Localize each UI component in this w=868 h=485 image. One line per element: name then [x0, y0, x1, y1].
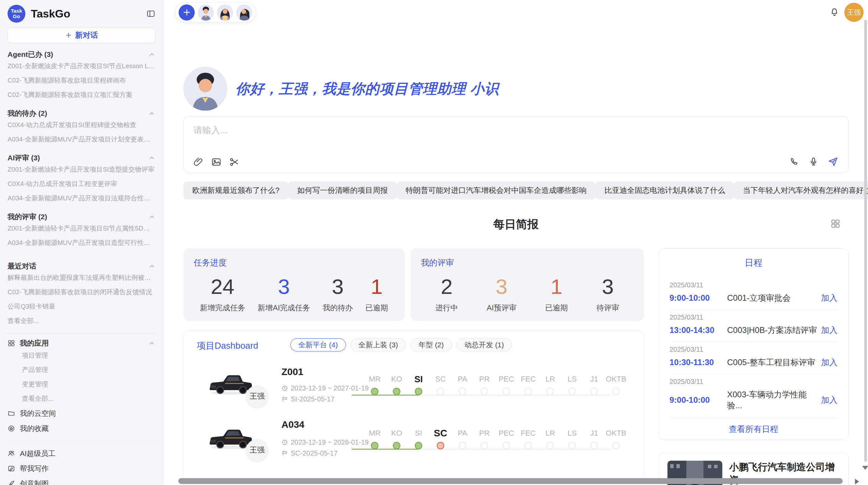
- sidebar-cloud-space[interactable]: 我的云空间: [8, 406, 155, 421]
- sidebar-item[interactable]: C02-飞腾新能源轻客改款项目里程碑画布: [8, 73, 155, 88]
- milestone-dot[interactable]: [546, 442, 554, 449]
- sidebar-section-agent-done[interactable]: Agent已办 (3): [8, 50, 155, 59]
- sidebar-favorites[interactable]: 我的收藏: [8, 421, 155, 436]
- suggestion-chip[interactable]: 当下年轻人对汽车外观有怎样的喜好趋势: [734, 182, 868, 199]
- milestone-dot[interactable]: [590, 388, 598, 395]
- send-button[interactable]: [828, 156, 839, 167]
- schedule-time: 10:30-11:30: [670, 358, 727, 367]
- message-input[interactable]: [193, 125, 839, 136]
- sidebar-item[interactable]: C02-飞腾新能源轻客改款项目立项汇报方案: [8, 88, 155, 102]
- milestone-dot[interactable]: [568, 388, 576, 395]
- section-title: 我的评审 (2): [8, 212, 47, 222]
- sidebar-item[interactable]: Z001-全新燃油轻卡产品开发项目SI造型提交物评审: [8, 162, 155, 177]
- recent-conversation[interactable]: 公司Q3轻卡销量: [8, 299, 155, 314]
- join-meeting-link[interactable]: 加入: [821, 357, 837, 368]
- milestone-dot[interactable]: [481, 388, 488, 395]
- project-name[interactable]: A034: [281, 419, 304, 430]
- image-upload-button[interactable]: [211, 157, 221, 167]
- suggestion-chip[interactable]: 如何写一份清晰的项目周报: [288, 182, 397, 199]
- collapse-sidebar-icon[interactable]: [146, 9, 155, 18]
- layout-grid-icon[interactable]: [830, 219, 841, 229]
- new-agent-button[interactable]: [179, 4, 195, 21]
- sidebar-item[interactable]: C0X4-动力总成开发项目SI里程碑提交物检查: [8, 118, 155, 132]
- milestone-dot[interactable]: [612, 388, 620, 395]
- filter-year-model[interactable]: 年型 (2): [411, 338, 452, 351]
- chevron-up-icon[interactable]: [148, 110, 155, 117]
- milestone-dot-done[interactable]: [371, 388, 378, 395]
- sidebar-help-write[interactable]: 帮我写作: [8, 461, 155, 476]
- chevron-up-icon[interactable]: [148, 340, 155, 347]
- milestone-dot-done[interactable]: [371, 442, 378, 449]
- horizontal-scrollbar-thumb[interactable]: [178, 478, 843, 484]
- screenshot-button[interactable]: [229, 157, 239, 167]
- vertical-scrollbar-thumb[interactable]: [864, 20, 867, 462]
- scroll-right-arrow[interactable]: [855, 479, 859, 484]
- milestone-dot[interactable]: [481, 442, 488, 449]
- voice-call-button[interactable]: [789, 157, 799, 167]
- milestone-dot[interactable]: [525, 388, 532, 395]
- sidebar-item[interactable]: Z001-全新燃油轻卡产品开发项目SI节点属性5D文件评审: [8, 221, 155, 236]
- chevron-up-icon[interactable]: [148, 263, 155, 270]
- milestone-dot[interactable]: [459, 388, 466, 395]
- attach-button[interactable]: [193, 157, 204, 167]
- project-name[interactable]: Z001: [281, 366, 303, 377]
- join-meeting-link[interactable]: 加入: [821, 395, 837, 406]
- sidebar-item[interactable]: Z001-全新燃油皮卡产品开发项目SI节点Lesson Learn报告: [8, 59, 155, 73]
- schedule-item: 2025/03/11 9:00-10:00 X003-车辆动力学性能验... 加…: [670, 374, 837, 418]
- apps-view-all[interactable]: 查看全部...: [8, 391, 155, 406]
- sidebar-section-ai-review[interactable]: AI评审 (3): [8, 153, 155, 162]
- sidebar-section-my-todo[interactable]: 我的待办 (2): [8, 109, 155, 118]
- milestone-dot-done[interactable]: [393, 442, 400, 449]
- agent-avatar-3[interactable]: [236, 4, 252, 21]
- sidebar-item[interactable]: A034-全新新能源MUV产品开发项目造型可行性评审: [8, 236, 155, 250]
- sidebar-creative-draw[interactable]: 创意制图: [8, 476, 155, 485]
- greeting: 你好，王强，我是你的项目管理助理 小识: [183, 67, 499, 111]
- app-item-change-mgmt[interactable]: 变更管理: [8, 377, 155, 391]
- chevron-up-icon[interactable]: [148, 154, 155, 161]
- join-meeting-link[interactable]: 加入: [821, 325, 837, 336]
- sidebar-my-apps[interactable]: 我的应用: [8, 338, 155, 348]
- sidebar-item[interactable]: C0X4-动力总成开发项目工程变更评审: [8, 177, 155, 191]
- filter-new-body[interactable]: 全新上装 (3): [351, 338, 406, 351]
- notification-bell-icon[interactable]: [829, 7, 840, 18]
- app-item-project-mgmt[interactable]: 项目管理: [8, 348, 155, 363]
- milestone-dot[interactable]: [503, 442, 510, 449]
- recent-conversation[interactable]: C02-飞腾新能源轻客改款项目的闭环通告反馈情况: [8, 285, 155, 299]
- milestone-dot-current[interactable]: [437, 442, 444, 449]
- recent-conversation[interactable]: 解释最新出台的欧盟报废车法规再生塑料比例被调至15%...: [8, 271, 155, 285]
- sidebar-item[interactable]: A034-全新新能源MUV产品开发项目法规符合性评审: [8, 191, 155, 206]
- milestone-dot[interactable]: [612, 442, 620, 449]
- agent-avatar-1[interactable]: [198, 4, 214, 21]
- milestone-dot[interactable]: [568, 442, 576, 449]
- app-item-product-mgmt[interactable]: 产品管理: [8, 363, 155, 377]
- new-chat-button[interactable]: 新对话: [8, 27, 155, 43]
- recent-view-all[interactable]: 查看全部...: [8, 314, 155, 328]
- chevron-up-icon[interactable]: [148, 51, 155, 58]
- milestone-dot[interactable]: [437, 388, 444, 395]
- sidebar-section-recent[interactable]: 最近对话: [8, 262, 155, 271]
- user-avatar[interactable]: 王强: [844, 3, 864, 22]
- milestone-dot[interactable]: [546, 388, 554, 395]
- scroll-down-arrow[interactable]: [862, 466, 868, 470]
- sidebar-item[interactable]: A034-全新新能源MUV产品开发项目计划变更表编写: [8, 132, 155, 147]
- milestone-dot-done[interactable]: [393, 388, 400, 395]
- microphone-button[interactable]: [808, 157, 819, 167]
- milestone-dot[interactable]: [525, 442, 532, 449]
- suggestion-chip[interactable]: 比亚迪全固态电池计划具体说了什么: [595, 182, 734, 199]
- join-meeting-link[interactable]: 加入: [821, 293, 837, 303]
- sidebar-section-my-review[interactable]: 我的评审 (2): [8, 212, 155, 221]
- milestone-dot-done[interactable]: [415, 442, 422, 449]
- suggestion-chip[interactable]: 欧洲新规最近颁布了什么?: [183, 182, 288, 199]
- filter-powertrain[interactable]: 动总开发 (1): [457, 338, 512, 351]
- view-all-schedule-link[interactable]: 查看所有日程: [670, 424, 837, 435]
- milestone-dot[interactable]: [503, 388, 510, 395]
- sidebar-ai-employee[interactable]: AI超级员工: [8, 446, 155, 461]
- milestone-dot-current[interactable]: [415, 388, 422, 395]
- filter-new-platform[interactable]: 全新平台 (4): [290, 338, 346, 351]
- milestone-dot[interactable]: [590, 442, 598, 449]
- suggestion-chip[interactable]: 特朗普可能对进口汽车增税会对中国车企造成哪些影响: [397, 182, 595, 199]
- sidebar-header: Task Go TaskGo: [8, 0, 155, 24]
- milestone-dot[interactable]: [459, 442, 466, 449]
- chevron-up-icon[interactable]: [148, 213, 155, 220]
- agent-avatar-2[interactable]: [217, 4, 233, 21]
